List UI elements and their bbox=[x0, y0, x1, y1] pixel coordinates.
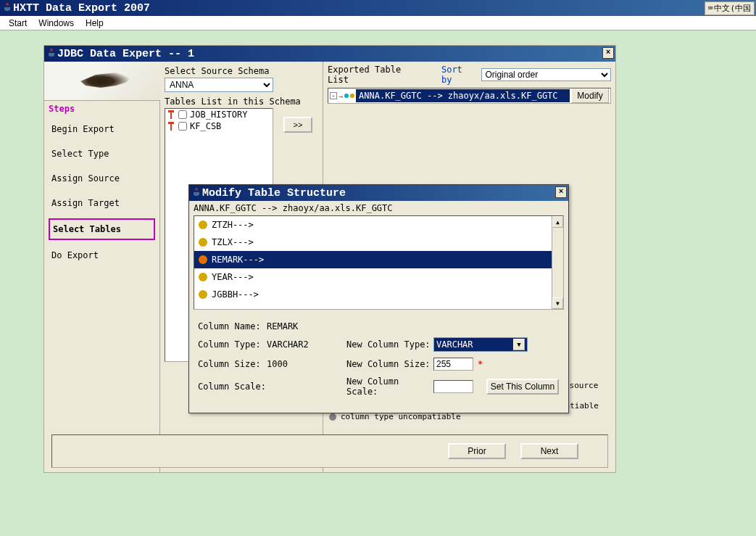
app-body: JDBC Data Expert -- 1 × Steps Begin Expo… bbox=[0, 30, 756, 536]
set-this-column-button[interactable]: Set This Column bbox=[486, 379, 559, 395]
column-list[interactable]: ZTZH---> TZLX---> REMARK---> YEAR---> JG… bbox=[194, 215, 564, 310]
status-icon bbox=[199, 290, 207, 299]
new-col-scale-input[interactable] bbox=[433, 380, 473, 393]
status-icon bbox=[199, 273, 207, 281]
arrow-icon: → bbox=[338, 92, 343, 100]
java-icon bbox=[192, 188, 202, 198]
col-scale-label: Column Scale: bbox=[198, 382, 267, 392]
col-name-value: REMARK bbox=[267, 321, 332, 331]
col-type-value: VARCHAR2 bbox=[267, 339, 332, 350]
column-row[interactable]: JGBBH---> bbox=[194, 286, 563, 303]
scroll-up-button[interactable]: ▲ bbox=[552, 216, 563, 228]
exported-table-list[interactable]: - → ANNA.KF_GGTC --> zhaoyx/aa.xls.KF_GG… bbox=[328, 88, 611, 104]
app-title: HXTT Data Export 2007 bbox=[13, 2, 150, 15]
add-table-button[interactable]: >> bbox=[283, 117, 312, 133]
sortby-label: Sort by bbox=[441, 65, 476, 85]
svg-rect-3 bbox=[170, 124, 172, 131]
language-button[interactable]: ⌨ 中文(中国 bbox=[705, 1, 755, 15]
jdbc-title-bar[interactable]: JDBC Data Expert -- 1 × bbox=[44, 46, 615, 62]
modal-title-text: Modify Table Structure bbox=[202, 187, 346, 199]
dropdown-icon[interactable]: ▼ bbox=[513, 339, 525, 350]
new-col-scale-label: New Column Scale: bbox=[346, 376, 433, 397]
table-row[interactable]: JOB_HISTORY bbox=[165, 109, 273, 120]
step-begin-export[interactable]: Begin Export bbox=[44, 117, 159, 141]
column-row[interactable]: YEAR---> bbox=[194, 268, 563, 286]
menu-help[interactable]: Help bbox=[80, 17, 109, 30]
svg-rect-2 bbox=[168, 122, 174, 124]
modify-table-modal: Modify Table Structure × ANNA.KF_GGTC --… bbox=[188, 184, 569, 413]
table-icon bbox=[167, 110, 175, 119]
modal-title-bar[interactable]: Modify Table Structure × bbox=[189, 185, 568, 201]
exported-row-text: ANNA.KF_GGTC --> zhaoyx/aa.xls.KF_GGTC bbox=[356, 89, 570, 102]
new-col-type-label: New Column Type: bbox=[346, 339, 433, 350]
wizard-nav-bar: Prior Next bbox=[51, 434, 608, 468]
table-checkbox[interactable] bbox=[178, 110, 187, 119]
new-col-type-select[interactable]: VARCHAR ▼ bbox=[433, 337, 528, 352]
column-row[interactable]: REMARK---> bbox=[194, 251, 563, 268]
table-icon bbox=[167, 122, 175, 131]
step-select-type[interactable]: Select Type bbox=[44, 141, 159, 166]
scrollbar[interactable]: ▲ ▼ bbox=[552, 216, 563, 309]
java-icon bbox=[47, 49, 57, 59]
required-asterisk: * bbox=[478, 359, 483, 369]
collapse-icon[interactable]: - bbox=[330, 92, 337, 99]
col-name-label: Column Name: bbox=[198, 321, 267, 331]
status-icon bbox=[199, 238, 207, 247]
scroll-down-button[interactable]: ▼ bbox=[552, 297, 563, 309]
exported-row[interactable]: - → ANNA.KF_GGTC --> zhaoyx/aa.xls.KF_GG… bbox=[330, 88, 609, 103]
column-row[interactable]: TZLX---> bbox=[194, 234, 563, 251]
steps-heading: Steps bbox=[44, 101, 159, 117]
jdbc-title-text: JDBC Data Expert -- 1 bbox=[57, 48, 194, 60]
steps-sidebar: Steps Begin Export Select Type Assign So… bbox=[44, 62, 160, 472]
close-icon[interactable]: × bbox=[555, 186, 567, 198]
source-schema-label: Select Source Schema bbox=[165, 66, 318, 76]
new-col-size-label: New Column Size: bbox=[346, 359, 433, 369]
table-checkbox[interactable] bbox=[178, 122, 187, 131]
prior-button[interactable]: Prior bbox=[448, 443, 506, 459]
table-row[interactable]: KF_CSB bbox=[165, 120, 273, 132]
step-select-tables[interactable]: Select Tables bbox=[49, 218, 155, 240]
modify-button[interactable]: Modify bbox=[571, 88, 609, 103]
col-size-value: 1000 bbox=[267, 359, 332, 369]
main-title-bar: HXTT Data Export 2007 bbox=[0, 0, 756, 16]
menu-start[interactable]: Start bbox=[3, 17, 33, 30]
step-do-export[interactable]: Do Export bbox=[44, 243, 159, 268]
status-dot-icon bbox=[344, 94, 349, 98]
exported-list-label: Exported Table List bbox=[328, 65, 421, 85]
step-assign-target[interactable]: Assign Target bbox=[44, 191, 159, 215]
eagle-image bbox=[44, 62, 160, 101]
column-row[interactable]: ZTZH---> bbox=[194, 216, 563, 234]
column-details-panel: Column Name: REMARK Column Type: VARCHAR… bbox=[189, 310, 568, 408]
modal-subtitle: ANNA.KF_GGTC --> zhaoyx/aa.xls.KF_GGTC bbox=[189, 201, 568, 215]
keyboard-icon: ⌨ bbox=[708, 4, 713, 13]
svg-rect-1 bbox=[170, 112, 172, 119]
menu-bar: Start Windows Help bbox=[0, 16, 756, 30]
status-icon bbox=[199, 255, 207, 264]
tables-list-label: Tables List in this Schema bbox=[165, 96, 318, 107]
col-size-label: Column Size: bbox=[198, 359, 267, 369]
step-assign-source[interactable]: Assign Source bbox=[44, 166, 159, 191]
menu-windows[interactable]: Windows bbox=[33, 17, 80, 30]
next-button[interactable]: Next bbox=[520, 443, 578, 459]
java-icon bbox=[3, 3, 13, 13]
sortby-select[interactable]: Original order bbox=[481, 68, 611, 81]
svg-rect-0 bbox=[168, 110, 174, 112]
new-col-size-input[interactable] bbox=[433, 358, 473, 371]
status-icon bbox=[199, 220, 207, 229]
status-dot-icon bbox=[350, 94, 354, 98]
legend-dot-icon bbox=[329, 413, 336, 421]
source-schema-select[interactable]: ANNA bbox=[165, 78, 273, 92]
col-type-label: Column Type: bbox=[198, 339, 267, 350]
close-icon[interactable]: × bbox=[602, 47, 614, 59]
